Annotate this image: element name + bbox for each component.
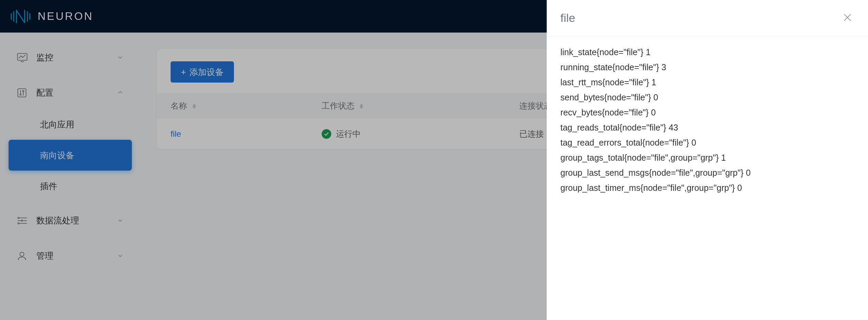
metric-line: group_last_timer_ms{node="file",group="g… — [560, 180, 854, 195]
metric-line: link_state{node="file"} 1 — [560, 45, 854, 60]
metric-line: group_last_send_msgs{node="file",group="… — [560, 165, 854, 180]
metric-line: send_bytes{node="file"} 0 — [560, 90, 854, 105]
drawer-body: link_state{node="file"} 1 running_state{… — [547, 36, 868, 204]
metric-line: recv_bytes{node="file"} 0 — [560, 105, 854, 120]
drawer-title: file — [560, 11, 575, 25]
close-icon — [843, 18, 852, 23]
metric-line: running_state{node="file"} 3 — [560, 60, 854, 75]
metric-line: group_tags_total{node="file",group="grp"… — [560, 150, 854, 165]
metric-line: tag_read_errors_total{node="file"} 0 — [560, 135, 854, 150]
metric-line: last_rtt_ms{node="file"} 1 — [560, 75, 854, 90]
drawer-header: file — [547, 0, 868, 36]
drawer-close-button[interactable] — [841, 11, 854, 25]
metric-line: tag_reads_total{node="file"} 43 — [560, 120, 854, 135]
metrics-drawer: file link_state{node="file"} 1 running_s… — [547, 0, 868, 320]
